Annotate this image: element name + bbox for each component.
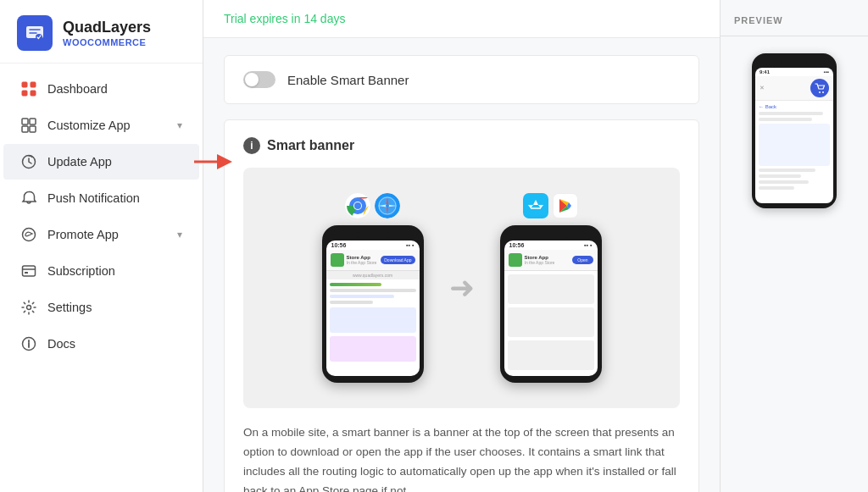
preview-skeleton-1 (759, 112, 823, 115)
arrow-container: ➜ (449, 270, 475, 306)
sidebar-item-subscription[interactable]: Subscription (3, 253, 199, 289)
svg-rect-15 (25, 272, 28, 274)
docs-icon (20, 335, 37, 352)
phone-screen-left: 10:56 ▪▪ ▪ Store App In the App Store (326, 240, 420, 376)
svg-rect-9 (30, 126, 36, 132)
subscription-label: Subscription (47, 264, 115, 278)
app-store-icon (523, 193, 548, 218)
settings-label: Settings (47, 301, 92, 314)
skeleton-block-2 (508, 307, 594, 337)
cart-icon (810, 79, 829, 97)
logo-icon (17, 15, 53, 51)
preview-skeleton-6 (759, 186, 794, 190)
preview-header-label: PREVIEW (721, 0, 868, 36)
page-line-3 (330, 295, 395, 298)
page-line-2 (330, 289, 416, 292)
left-phone-group: 10:56 ▪▪ ▪ Store App In the App Store (322, 193, 424, 383)
svg-point-24 (386, 204, 389, 207)
preview-signal: ▪▪▪ (824, 69, 829, 75)
browser-icons (345, 193, 400, 218)
preview-body: ← Back (755, 101, 833, 196)
sidebar-item-customize-app[interactable]: Customize App ▾ (3, 108, 199, 143)
phone-screen-right: 10:56 ▪▪ ▪ Store App In the App Store (504, 240, 598, 376)
phone-notch-right (534, 232, 568, 237)
page-line-1 (330, 283, 381, 286)
sidebar-item-update-app[interactable]: Update App (3, 144, 199, 180)
banner-info: Store App In the App Store (347, 255, 379, 265)
svg-point-16 (27, 306, 31, 310)
dashboard-icon (20, 80, 37, 97)
preview-time: 9:41 (760, 69, 770, 75)
enable-smart-banner-toggle[interactable] (243, 71, 275, 88)
smart-banner-bar-right: Store App In the App Store Open (504, 250, 598, 271)
page-block-2 (330, 336, 416, 362)
svg-point-26 (819, 91, 821, 93)
chevron-down-icon: ▾ (177, 119, 182, 131)
smart-banner-section: i Smart banner (224, 119, 699, 492)
download-btn[interactable]: Download App (381, 256, 415, 264)
sidebar-item-promote-app[interactable]: Promote App ▾ (3, 217, 199, 252)
time-right: 10:56 (509, 242, 525, 248)
browser-bar: www.quadlayers.com (326, 271, 420, 279)
preview-image-block (759, 124, 830, 166)
sidebar-item-push-notification[interactable]: Push Notification (3, 180, 199, 216)
preview-screen: 9:41 ▪▪▪ ✕ ← Back (755, 68, 833, 203)
info-icon: i (243, 137, 260, 154)
sidebar: QuadLayers WOOCOMMERCE Dashboard (0, 0, 203, 492)
banner-info-right: Store App In the App Store (525, 255, 570, 265)
store-icon (331, 253, 344, 267)
page-line-4 (330, 301, 373, 304)
svg-point-27 (822, 91, 824, 93)
time-left: 10:56 (331, 242, 347, 248)
page-block (330, 307, 416, 333)
store-icon-right (509, 253, 522, 267)
page-content-right (504, 271, 598, 373)
promote-app-label: Promote App (47, 228, 119, 241)
skeleton-block-3 (508, 340, 594, 370)
sidebar-item-dashboard[interactable]: Dashboard (3, 71, 199, 107)
settings-icon (20, 299, 37, 316)
customize-app-label: Customize App (47, 119, 131, 132)
svg-rect-6 (22, 119, 28, 124)
brand-logo[interactable]: QuadLayers WOOCOMMERCE (0, 0, 203, 64)
close-icon: ✕ (760, 85, 765, 91)
top-bar: Trial expires in 14 days (203, 0, 720, 38)
status-bar-left: 10:56 ▪▪ ▪ (326, 240, 420, 250)
right-phone-group: 10:56 ▪▪ ▪ Store App In the App Store (500, 193, 602, 383)
chrome-icon (345, 193, 370, 218)
brand-subtitle: WOOCOMMERCE (63, 37, 151, 47)
phone-notch (356, 232, 390, 237)
svg-rect-8 (22, 126, 28, 132)
right-arrow-icon: ➜ (449, 270, 475, 306)
promote-icon (20, 226, 37, 243)
sidebar-item-docs[interactable]: Docs (3, 326, 199, 362)
status-bar-right: 10:56 ▪▪ ▪ (504, 240, 598, 250)
preview-skeleton-4 (759, 174, 801, 178)
docs-label: Docs (47, 337, 75, 351)
svg-rect-14 (23, 266, 36, 276)
play-store-icon (553, 193, 578, 218)
chevron-down-icon-promote: ▾ (177, 229, 182, 240)
enable-banner-card: Enable Smart Banner (224, 55, 699, 104)
svg-point-13 (23, 229, 36, 241)
enable-banner-label: Enable Smart Banner (287, 73, 409, 87)
preview-back: ← Back (759, 104, 830, 109)
open-btn[interactable]: Open (572, 256, 593, 264)
signal-icons-right: ▪▪ ▪ (584, 242, 592, 248)
banner-image: 10:56 ▪▪ ▪ Store App In the App Store (243, 168, 680, 408)
content-area: Enable Smart Banner i Smart banner (203, 38, 720, 492)
preview-status-bar: 9:41 ▪▪▪ (755, 68, 833, 76)
description-text: On a mobile site, a smart banner is a ba… (243, 423, 680, 492)
sidebar-nav: Dashboard Customize App ▾ (0, 64, 203, 492)
preview-content: 9:41 ▪▪▪ ✕ ← Back (721, 36, 868, 492)
subscription-icon (20, 263, 37, 279)
section-title: i Smart banner (243, 137, 680, 154)
svg-rect-5 (31, 91, 36, 96)
sidebar-item-settings[interactable]: Settings (3, 290, 199, 325)
preview-phone-mockup: 9:41 ▪▪▪ ✕ ← Back (752, 53, 837, 208)
preview-notch (782, 58, 807, 65)
banner-app-sub-right: In the App Store (525, 260, 570, 265)
customize-icon (20, 117, 37, 134)
bell-icon (20, 190, 37, 207)
preview-skeleton-5 (759, 180, 809, 184)
